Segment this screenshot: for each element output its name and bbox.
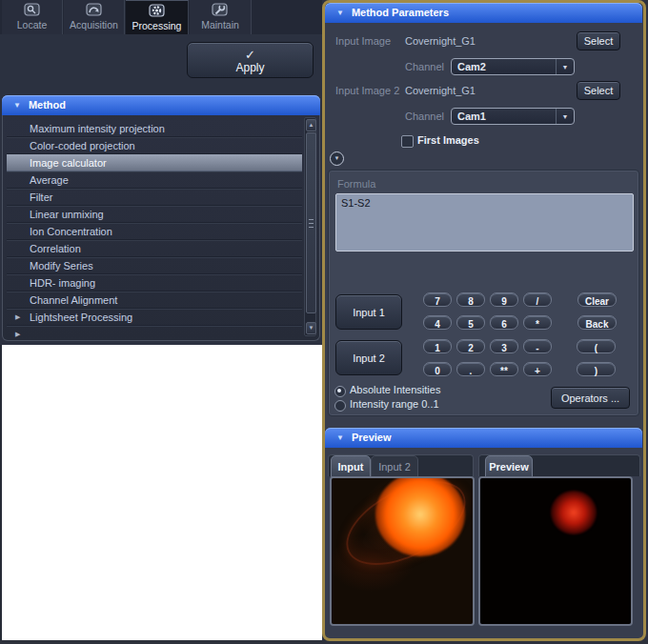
chevron-down-icon: ▼ xyxy=(556,59,574,74)
preview-tabstrip: Preview xyxy=(478,454,640,476)
scrollbar-thumb[interactable] xyxy=(306,132,316,313)
key-multiply[interactable]: * xyxy=(523,315,552,330)
formula-input[interactable]: S1-S2 xyxy=(335,193,634,252)
key-6[interactable]: 6 xyxy=(490,315,518,330)
key-divide[interactable]: / xyxy=(523,292,552,307)
method-panel-header[interactable]: ▼Method xyxy=(2,95,320,115)
list-item[interactable]: HDR- imaging xyxy=(7,274,302,292)
tab-label: Acquisition xyxy=(70,19,118,30)
tab-label: Locate xyxy=(17,19,48,30)
key-0[interactable]: 0 xyxy=(423,362,452,376)
back-button[interactable]: Back xyxy=(577,315,617,330)
input1-button[interactable]: Input 1 xyxy=(335,294,402,330)
method-parameters-panel: ▼Method Parameters Input Image Covernigh… xyxy=(322,0,646,641)
key-2[interactable]: 2 xyxy=(456,339,485,353)
tab-locate[interactable]: Locate xyxy=(2,0,63,34)
document-canvas xyxy=(0,345,322,640)
list-item-selected[interactable]: Image calculator xyxy=(7,154,302,171)
input-tabstrip: Input Input 2 xyxy=(328,454,474,476)
select-image-button[interactable]: Select xyxy=(577,31,620,50)
key-9[interactable]: 9 xyxy=(490,292,518,307)
apply-label: Apply xyxy=(235,61,264,74)
list-item[interactable]: ▶Lightsheet Processing xyxy=(7,309,302,326)
input-image-preview[interactable] xyxy=(330,476,475,626)
collapse-icon: ▼ xyxy=(13,95,21,115)
application-window: Locate Acquisition Processing Maintain ✓… xyxy=(0,0,648,644)
expand-icon[interactable]: ▶ xyxy=(15,326,20,341)
clear-button[interactable]: Clear xyxy=(577,292,617,307)
channel2-dropdown[interactable]: Cam1 ▼ xyxy=(451,108,575,125)
list-item[interactable]: Maximum intensity projection xyxy=(7,120,302,137)
key-4[interactable]: 4 xyxy=(423,315,452,330)
select-image2-button[interactable]: Select xyxy=(577,81,620,100)
list-item[interactable]: ▶ xyxy=(7,326,302,341)
curved-arrow-icon xyxy=(84,2,105,18)
formula-label: Formula xyxy=(337,178,375,190)
collapse-icon: ▼ xyxy=(336,3,344,23)
first-images-checkbox[interactable] xyxy=(401,135,414,148)
scroll-down-icon[interactable]: ▼ xyxy=(306,322,316,334)
input-image-label: Input Image xyxy=(335,35,391,47)
input-image-value: Covernight_G1 xyxy=(405,35,476,47)
open-paren-button[interactable]: ( xyxy=(577,339,616,353)
list-item[interactable]: Channel Alignment xyxy=(7,292,302,309)
key-plus[interactable]: + xyxy=(523,362,552,376)
absolute-intensities-radio[interactable] xyxy=(334,386,346,397)
key-5[interactable]: 5 xyxy=(456,315,485,330)
method-list-scrollbar[interactable]: ▲ ▼ xyxy=(304,117,316,336)
absolute-intensities-label[interactable]: Absolute Intensities xyxy=(350,384,440,395)
checkmark-icon: ✓ xyxy=(193,49,307,61)
channel-label: Channel xyxy=(405,61,444,72)
main-tabbar: Locate Acquisition Processing Maintain xyxy=(0,0,322,35)
result-image-preview[interactable] xyxy=(478,476,633,626)
input2-button[interactable]: Input 2 xyxy=(335,340,402,375)
channel2-label: Channel xyxy=(405,111,444,122)
magnifier-icon xyxy=(22,2,43,18)
intensity-range-label[interactable]: Intensity range 0..1 xyxy=(350,398,439,410)
channel2-value: Cam1 xyxy=(452,111,556,122)
key-8[interactable]: 8 xyxy=(456,292,485,307)
tab-processing[interactable]: Processing xyxy=(126,0,189,34)
list-item[interactable]: Ion Concentration xyxy=(7,223,302,240)
list-item[interactable]: Modify Series xyxy=(7,257,302,274)
list-item[interactable]: Linear unmixing xyxy=(7,206,302,223)
tab-input[interactable]: Input xyxy=(331,455,371,477)
list-item[interactable]: Filter xyxy=(7,189,302,206)
list-item[interactable]: Average xyxy=(7,171,302,189)
tab-label: Processing xyxy=(132,20,182,31)
key-power[interactable]: ** xyxy=(490,362,518,376)
tab-maintain[interactable]: Maintain xyxy=(190,0,252,34)
operators-button[interactable]: Operators ... xyxy=(551,387,630,409)
key-7[interactable]: 7 xyxy=(423,292,452,307)
method-parameters-title: Method Parameters xyxy=(352,7,449,18)
fluorescence-blob xyxy=(551,491,597,534)
key-minus[interactable]: - xyxy=(523,339,552,353)
chevron-down-icon: ▼ xyxy=(556,109,574,124)
tab-label: Maintain xyxy=(201,19,239,30)
close-paren-button[interactable]: ) xyxy=(577,362,616,376)
channel-dropdown[interactable]: Cam2 ▼ xyxy=(451,58,575,75)
tab-input2[interactable]: Input 2 xyxy=(371,455,418,477)
input-image2-label: Input Image 2 xyxy=(335,85,399,96)
collapse-icon: ▼ xyxy=(336,428,344,448)
list-item[interactable]: Color-coded projection xyxy=(7,137,302,154)
gear-icon xyxy=(147,3,168,19)
formula-section: Formula S1-S2 Input 1 Input 2 7 8 9 / 4 … xyxy=(328,170,639,416)
tab-preview[interactable]: Preview xyxy=(485,455,533,477)
scroll-up-icon[interactable]: ▲ xyxy=(306,119,316,131)
expand-icon[interactable]: ▶ xyxy=(15,309,20,326)
key-dot[interactable]: . xyxy=(456,362,485,376)
preview-panel-header[interactable]: ▼Preview xyxy=(325,428,642,448)
key-1[interactable]: 1 xyxy=(423,339,452,353)
intensity-range-radio[interactable] xyxy=(334,400,346,412)
tab-acquisition[interactable]: Acquisition xyxy=(64,0,125,34)
method-parameters-header[interactable]: ▼Method Parameters xyxy=(325,3,642,23)
channel-value: Cam2 xyxy=(452,61,556,72)
collapse-section-button[interactable]: ▼ xyxy=(330,151,344,166)
first-images-label[interactable]: First Images xyxy=(417,134,479,146)
apply-button[interactable]: ✓ Apply xyxy=(187,42,314,78)
list-item[interactable]: Correlation xyxy=(7,240,302,257)
wrench-icon xyxy=(210,2,231,18)
key-3[interactable]: 3 xyxy=(490,339,518,353)
method-panel-title: Method xyxy=(29,99,66,111)
